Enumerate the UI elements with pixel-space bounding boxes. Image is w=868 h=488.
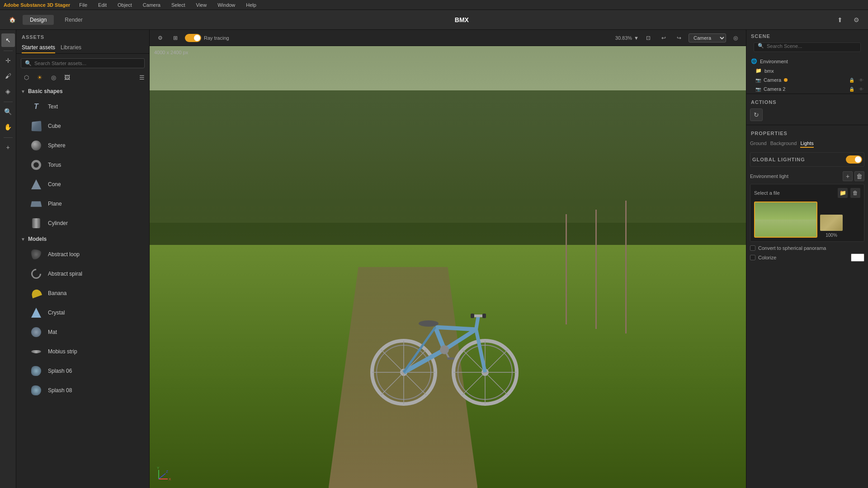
section-basic-shapes[interactable]: ▼ Basic shapes — [16, 85, 149, 97]
prop-tab-lights[interactable]: Lights — [800, 140, 813, 148]
prop-tab-background[interactable]: Background — [770, 140, 797, 148]
assets-search-input[interactable] — [34, 61, 141, 66]
viewport-canvas[interactable]: 4000 x 2400 px X Y Z — [150, 46, 746, 488]
asset-text[interactable]: T Text ≡ — [16, 97, 149, 117]
asset-abstract-spiral[interactable]: Abstract spiral ≡ — [16, 264, 149, 284]
asset-sphere[interactable]: Sphere ≡ — [16, 136, 149, 155]
splash06-icon — [29, 364, 43, 378]
tab-render[interactable]: Render — [57, 15, 90, 25]
convert-spherical-checkbox[interactable] — [750, 245, 755, 251]
scene-item-camera2[interactable]: 📷 Camera 2 🔒 👁 — [746, 84, 868, 94]
ray-tracing-toggle[interactable] — [185, 34, 201, 42]
asset-banana[interactable]: Banana ≡ — [16, 284, 149, 303]
list-view-icon[interactable]: ☰ — [139, 74, 145, 81]
property-tabs: Ground Background Lights — [750, 140, 864, 148]
colorize-color-swatch[interactable] — [851, 253, 864, 262]
main-toolbar: 🏠 Design Render BMX ⬆ ⚙ — [0, 10, 868, 30]
camera-lock-icon: 🔒 — [849, 78, 854, 83]
asset-cylinder[interactable]: Cylinder ≡ — [16, 214, 149, 233]
assets-tabs: Starter assets Libraries — [16, 42, 149, 54]
select-tool[interactable]: ↖ — [1, 33, 15, 47]
global-lighting-row: GLOBAL LIGHTING — [750, 152, 864, 167]
section-models[interactable]: ▼ Models — [16, 233, 149, 245]
pan-tool[interactable]: ✋ — [1, 120, 15, 134]
zoom-tool[interactable]: 🔍 — [1, 105, 15, 118]
env-thumb-small[interactable] — [820, 215, 843, 231]
scene-item-environment[interactable]: 🌐 Environment — [746, 56, 868, 66]
menu-file[interactable]: File — [77, 2, 89, 8]
right-panel: SCENE 🔍 🌐 Environment 📁 bmx 📷 Camera — [746, 30, 868, 488]
viewport-toolbar: ⚙ ⊞ Ray tracing 30.83% ▼ ⊡ ↩ ↪ Camera Ca… — [150, 30, 746, 46]
app-name: Adobe Substance 3D Stager — [4, 2, 70, 8]
asset-splash08[interactable]: Splash 08 ≡ — [16, 381, 149, 400]
env-delete-button[interactable]: 🗑 — [854, 171, 864, 181]
viewport-undo-icon[interactable]: ↩ — [658, 32, 670, 44]
zoom-display[interactable]: 30.83% ▼ — [615, 35, 639, 41]
env-thumbnails: 100% — [754, 202, 860, 238]
svg-text:X: X — [169, 477, 171, 481]
scene-item-camera[interactable]: 📷 Camera 🔒 👁 — [746, 75, 868, 84]
settings-icon[interactable]: ⚙ — [850, 14, 863, 26]
viewport-grid-icon[interactable]: ⊞ — [170, 32, 181, 44]
scene-bmx-label: bmx — [764, 68, 774, 74]
crystal-icon — [29, 305, 43, 320]
filter-images-icon[interactable]: 🖼 — [61, 72, 72, 83]
prop-tab-ground[interactable]: Ground — [750, 140, 767, 148]
scene-item-bmx[interactable]: 📁 bmx — [746, 66, 868, 75]
browse-file-button[interactable]: 📁 — [838, 188, 848, 198]
colorize-label: Colorize — [758, 255, 776, 260]
global-lighting-label: GLOBAL LIGHTING — [752, 157, 805, 162]
menu-help[interactable]: Help — [244, 2, 258, 8]
stamp-tool[interactable]: ◈ — [1, 84, 15, 98]
asset-plane[interactable]: Plane ≡ — [16, 194, 149, 214]
asset-cube[interactable]: Cube ≡ — [16, 117, 149, 136]
scene-camera-label: Camera — [764, 77, 781, 83]
menu-window[interactable]: Window — [216, 2, 237, 8]
menu-camera[interactable]: Camera — [141, 2, 162, 8]
asset-torus[interactable]: Torus ≡ — [16, 155, 149, 175]
tab-libraries[interactable]: Libraries — [61, 42, 81, 53]
menu-view[interactable]: View — [194, 2, 209, 8]
env-add-button[interactable]: + — [843, 171, 853, 181]
global-lighting-toggle[interactable] — [846, 155, 862, 164]
action-rotate-button[interactable]: ↻ — [750, 108, 763, 121]
svg-line-24 — [435, 327, 476, 329]
colorize-checkbox[interactable] — [750, 255, 755, 260]
asset-mobius-strip[interactable]: Mobius strip ≡ — [16, 342, 149, 361]
add-tool[interactable]: + — [1, 141, 15, 154]
menu-select[interactable]: Select — [170, 2, 187, 8]
clear-file-button[interactable]: 🗑 — [850, 188, 860, 198]
filter-env-icon[interactable]: ◎ — [48, 72, 59, 83]
assets-filter-row: ⬡ ☀ ◎ 🖼 ☰ — [16, 72, 149, 85]
scene-search-box[interactable]: 🔍 — [754, 42, 861, 52]
share-icon[interactable]: ⬆ — [834, 14, 846, 26]
select-file-actions: 📁 🗑 — [838, 188, 860, 198]
move-tool[interactable]: ✛ — [1, 54, 15, 67]
viewport-redo-icon[interactable]: ↪ — [673, 32, 685, 44]
menu-edit[interactable]: Edit — [96, 2, 108, 8]
camera-settings-icon[interactable]: ◎ — [730, 32, 741, 44]
asset-cone[interactable]: Cone ≡ — [16, 175, 149, 194]
tab-design[interactable]: Design — [23, 15, 54, 25]
asset-crystal[interactable]: Crystal ≡ — [16, 303, 149, 323]
viewport-fit-icon[interactable]: ⊡ — [642, 32, 654, 44]
assets-search-box[interactable]: 🔍 — [21, 58, 145, 68]
asset-torus-label: Torus — [48, 162, 136, 168]
menu-object[interactable]: Object — [116, 2, 134, 8]
filter-lights-icon[interactable]: ☀ — [34, 72, 45, 83]
splash08-icon — [29, 383, 43, 398]
camera-select[interactable]: Camera Camera 2 — [689, 33, 726, 42]
zoom-value: 30.83% — [615, 35, 632, 41]
viewport-settings-icon[interactable]: ⚙ — [154, 32, 166, 44]
env-thumb-main[interactable] — [754, 202, 817, 238]
paint-tool[interactable]: 🖌 — [1, 69, 15, 83]
asset-splash06[interactable]: Splash 06 ≡ — [16, 361, 149, 381]
asset-abstract-loop[interactable]: Abstract loop ≡ — [16, 245, 149, 264]
home-button[interactable]: 🏠 — [5, 13, 19, 27]
asset-mat[interactable]: Mat ≡ — [16, 323, 149, 342]
filter-3d-icon[interactable]: ⬡ — [21, 72, 32, 83]
ray-tracing-toggle-group: Ray tracing — [185, 34, 229, 42]
scene-search-input[interactable] — [767, 43, 857, 49]
convert-spherical-row: Convert to spherical panorama — [750, 245, 864, 251]
tab-starter-assets[interactable]: Starter assets — [22, 42, 55, 53]
